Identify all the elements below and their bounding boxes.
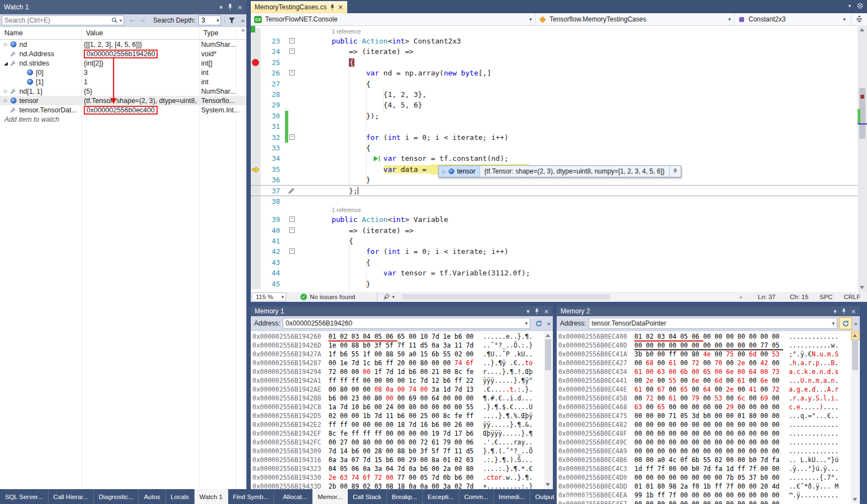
watch-row[interactable]: nd.Address0x000002556b194260void*	[0, 49, 246, 58]
code-line[interactable]: 29{4, 5, 6}	[251, 100, 858, 110]
code-line[interactable]: 28{1, 2, 3},	[251, 89, 858, 100]
expander-icon[interactable]: ▷	[2, 98, 9, 103]
memory-row[interactable]: 0x000002556B1943160a 3a 07 7d 15 b6 00 2…	[252, 456, 553, 465]
memory-row[interactable]: 0x000002556B19426D1e 00 88 b0 3f 5f 7f 1…	[252, 342, 553, 350]
collapse-icon[interactable]: −	[289, 227, 295, 233]
breakpoint-margin[interactable]	[251, 214, 261, 225]
memory-row[interactable]: 0x000002556B0EC4EA99 1b ff 7f 00 00 00 0…	[558, 491, 860, 500]
memory-row[interactable]: 0x000002556B1942BBb6 00 23 00 80 00 00 6…	[252, 394, 553, 403]
memory-row[interactable]: 0x000002556B19433D2b 00 89 02 03 08 18 0…	[252, 483, 553, 489]
codelens-row[interactable]: 1 reference	[251, 207, 858, 214]
document-tab[interactable]: MemoryTestingCases.cs ×	[251, 1, 347, 13]
scroll-down-icon[interactable]	[546, 483, 550, 486]
code-line[interactable]: 38	[251, 196, 858, 207]
memory-row[interactable]: 0x000002556B0EC45B00 72 00 61 00 79 00 5…	[558, 394, 860, 403]
outlining-margin[interactable]	[288, 257, 297, 268]
memory-row[interactable]: 0x000002556B0EC4D000 00 00 00 00 00 00 0…	[558, 474, 860, 483]
watch-row[interactable]: [0]3int	[0, 68, 246, 77]
search-box[interactable]: ▾	[2, 15, 124, 25]
memory-row[interactable]: 0x000002556B0EC4DD01 01 80 98 2a f0 1b f…	[558, 483, 860, 491]
breakpoint-margin[interactable]	[251, 225, 261, 236]
outlining-margin[interactable]	[288, 89, 297, 100]
gear-icon[interactable]	[857, 2, 864, 9]
code-line[interactable]: 34var tensor = tf.constant(nd);	[251, 153, 858, 164]
code-line[interactable]: 26−var nd = np.array(new byte[,]	[251, 68, 858, 78]
memory2-hexdump[interactable]: 0x000002556B0EC40001 02 03 04 05 06 00 0…	[557, 331, 860, 504]
bottom-tab-call-hierar[interactable]: Call Hierar...	[49, 489, 94, 504]
editor-scrollbar[interactable]	[858, 25, 867, 292]
memory-row[interactable]: 0x000002556B0EC42700 68 00 61 00 72 00 7…	[558, 359, 860, 368]
toolbar-overflow-icon[interactable]: »	[241, 17, 245, 24]
tab-pin-icon[interactable]	[330, 4, 335, 10]
breakpoint-margin[interactable]	[251, 89, 261, 100]
outlining-margin[interactable]	[288, 121, 297, 132]
collapse-icon[interactable]: −	[289, 134, 295, 140]
memory2-address-input[interactable]: tensor.TensorDataPointer ▾	[589, 318, 837, 329]
code-editor[interactable]: 1 reference23−public Action<int> Constan…	[251, 26, 858, 295]
memory-row[interactable]: 0x000002556B1942FC00 27 00 80 00 00 00 0…	[252, 438, 553, 447]
bottom-tab-output[interactable]: Output	[530, 489, 560, 504]
collapse-icon[interactable]: −	[289, 248, 295, 254]
outlining-margin[interactable]: −	[288, 246, 297, 257]
scroll-right-icon[interactable]: ▸	[740, 294, 742, 300]
tab-list-icon[interactable]: ▾	[848, 3, 851, 9]
code-line[interactable]: 41{	[251, 236, 858, 246]
horizontal-scrollbar[interactable]	[402, 294, 737, 300]
memory1-hexdump[interactable]: 0x000002556B19426001 02 03 04 05 06 65 0…	[251, 331, 553, 489]
toolbar-overflow-icon[interactable]: »	[854, 320, 858, 327]
memory-row[interactable]: 0x000002556B0EC41A3b b0 00 ff 00 80 4e 0…	[558, 350, 860, 359]
breakpoint-margin[interactable]	[251, 36, 261, 46]
refresh-icon[interactable]	[839, 317, 852, 329]
search-depth-dropdown[interactable]: 3 ▾	[198, 15, 221, 25]
expander-icon[interactable]: ▷	[2, 42, 9, 47]
collapse-icon[interactable]: −	[289, 48, 295, 54]
code-line[interactable]: 42−for (int i = 0; i < iterate; i++)	[251, 246, 858, 257]
memory-row[interactable]: 0x000002556B0EC44E61 00 67 00 65 00 64 0…	[558, 386, 860, 394]
search-nav-arrows[interactable]: ←→	[130, 17, 148, 25]
watch-row[interactable]: tensor.TensorDat...0x000002556b0ec400Sys…	[0, 105, 246, 115]
collapse-icon[interactable]: −	[289, 70, 295, 75]
outlining-margin[interactable]	[288, 279, 297, 289]
bottom-tab-locals[interactable]: Locals	[166, 489, 195, 504]
memory-row[interactable]: 0x000002556B1942AE00 80 00 00 08 0a 00 7…	[252, 386, 553, 394]
zoom-dropdown[interactable]: 115 %▾	[252, 292, 286, 301]
breakpoint-margin[interactable]	[251, 175, 261, 185]
bottom-tab-error-list[interactable]: Error List	[559, 489, 596, 504]
memory-row[interactable]: 0x000002556B19429472 00 00 00 1f 7d 1d b…	[252, 368, 553, 377]
outlining-margin[interactable]: −	[288, 214, 297, 225]
code-line[interactable]: 33{	[251, 143, 858, 153]
outlining-margin[interactable]	[288, 268, 297, 278]
memory-row[interactable]: 0x000002556B0EC40D00 00 00 00 00 00 00 0…	[558, 342, 860, 350]
close-icon[interactable]: ×	[851, 308, 856, 315]
outlining-margin[interactable]: −	[288, 46, 297, 57]
memory-row[interactable]: 0x000002556B0EC44100 2e 00 55 00 6e 00 6…	[558, 377, 860, 386]
code-line[interactable]: 23−public Action<int> Constant2x3	[251, 36, 858, 46]
column-value[interactable]: Value	[82, 29, 199, 37]
memory-row[interactable]: 0x000002556B1943302e 63 74 6f 72 00 77 0…	[252, 474, 553, 483]
expander-icon[interactable]: ▷	[2, 89, 9, 94]
datatip-variable[interactable]: ▷ tensor	[439, 166, 480, 177]
bottom-tab-immedi[interactable]: Immedi...	[494, 489, 530, 504]
column-type[interactable]: Type	[199, 29, 246, 37]
add-watch-row[interactable]: Add item to watch	[0, 115, 246, 124]
code-line[interactable]: 43{	[251, 257, 858, 268]
outlining-margin[interactable]: −	[288, 132, 297, 143]
outlining-margin[interactable]	[288, 111, 297, 121]
bottom-tab-watch-1[interactable]: Watch 1	[195, 489, 228, 504]
outlining-margin[interactable]: −	[288, 225, 297, 236]
breakpoint-margin[interactable]	[251, 246, 261, 257]
watch-row[interactable]: ▷tensor{tf.Tensor: shape=(2, 3), dtype=u…	[0, 96, 246, 105]
bottom-tab-autos[interactable]: Autos	[139, 489, 165, 504]
bottom-tab-allocat[interactable]: Allocat...	[278, 489, 313, 504]
column-name[interactable]: Name	[0, 29, 82, 37]
breakpoint-margin[interactable]	[251, 153, 261, 164]
outlining-margin[interactable]	[288, 196, 297, 207]
watch-scrollbar-up-icon[interactable]	[241, 29, 245, 31]
outlining-margin[interactable]	[288, 164, 297, 175]
scroll-down-icon[interactable]	[860, 286, 864, 289]
code-line[interactable]: 30});	[251, 111, 858, 121]
memory-row[interactable]: 0x000002556B0EC4A900 00 00 00 00 00 00 0…	[558, 447, 860, 456]
memory-row[interactable]: 0x000002556B1942E2ff ff 00 00 00 00 18 7…	[252, 421, 553, 430]
code-line[interactable]: 31	[251, 121, 858, 132]
window-menu-icon[interactable]: ▾	[526, 308, 530, 315]
